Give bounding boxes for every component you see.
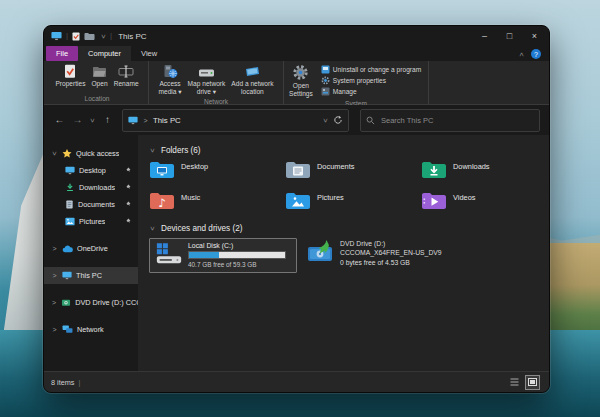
quick-access-label: Quick access bbox=[76, 149, 119, 158]
expander-right-icon[interactable] bbox=[51, 326, 58, 333]
system-properties-label: System properties bbox=[333, 77, 386, 84]
section-collapse-icon[interactable] bbox=[149, 147, 156, 154]
local-disk-info: Local Disk (C:) 40.7 GB free of 59.3 GB bbox=[188, 242, 286, 268]
expander-right-icon[interactable] bbox=[51, 245, 58, 252]
group-label-location: Location bbox=[49, 94, 145, 104]
folder-name: Documents bbox=[317, 160, 354, 171]
settings-gear-icon bbox=[292, 64, 309, 81]
expander-right-icon[interactable] bbox=[51, 272, 58, 279]
sidebar-item-network[interactable]: Network bbox=[44, 321, 138, 338]
file-explorer-window: | | This PC – □ × File Computer View ? bbox=[43, 25, 550, 393]
folder-tile-documents[interactable]: Documents bbox=[285, 160, 421, 181]
dvd-drive-tile[interactable]: DVD Drive (D:) CCCOMA_X64FRE_EN-US_DV9 0… bbox=[307, 238, 442, 273]
access-media-label-2: media ▾ bbox=[158, 88, 181, 95]
qat-folder-icon[interactable] bbox=[84, 32, 95, 41]
ribbon-group-network: Access media ▾ Map network drive ▾ Add a… bbox=[149, 61, 284, 104]
access-media-icon bbox=[162, 64, 178, 79]
rename-button[interactable]: Rename bbox=[112, 63, 141, 94]
forward-icon[interactable]: → bbox=[71, 115, 84, 125]
breadcrumb-chevron-icon[interactable] bbox=[142, 117, 149, 124]
folder-name: Pictures bbox=[317, 191, 344, 202]
uninstall-program-button[interactable]: Uninstall or change a program bbox=[321, 65, 421, 75]
close-button[interactable]: × bbox=[524, 30, 545, 42]
recent-locations-icon[interactable] bbox=[89, 117, 96, 124]
sidebar-item-dvd-drive[interactable]: DVD Drive (D:) CCCC bbox=[44, 294, 138, 311]
add-network-location-button[interactable]: Add a network location bbox=[229, 63, 275, 97]
navigation-bar: ← → ↑ This PC bbox=[44, 105, 549, 135]
back-icon[interactable]: ← bbox=[53, 115, 66, 125]
drives-header-label: Devices and drives (2) bbox=[161, 224, 242, 233]
tab-view[interactable]: View bbox=[131, 46, 167, 61]
documents-icon bbox=[65, 200, 74, 209]
local-disk-name: Local Disk (C:) bbox=[188, 242, 286, 249]
up-icon[interactable]: ↑ bbox=[101, 115, 114, 125]
expander-down-icon[interactable] bbox=[51, 150, 58, 157]
folder-tile-downloads[interactable]: Downloads bbox=[421, 160, 548, 181]
dvd-free-text: 0 bytes free of 4.53 GB bbox=[340, 259, 442, 267]
open-settings-button[interactable]: Open Settings bbox=[287, 63, 315, 99]
map-network-drive-label-2: drive ▾ bbox=[197, 88, 216, 95]
pin-icon bbox=[124, 201, 131, 208]
add-network-location-label-2: location bbox=[241, 88, 264, 95]
maximize-button[interactable]: □ bbox=[499, 30, 520, 42]
sidebar-item-quick-access[interactable]: Quick access bbox=[44, 145, 138, 162]
open-icon bbox=[92, 64, 107, 79]
search-box[interactable] bbox=[360, 109, 540, 132]
access-media-button[interactable]: Access media ▾ bbox=[156, 63, 183, 97]
properties-button[interactable]: Properties bbox=[53, 63, 87, 94]
sidebar-dvd-label: DVD Drive (D:) CCCC bbox=[75, 298, 138, 307]
desktop-icon bbox=[65, 166, 75, 175]
help-icon[interactable]: ? bbox=[531, 49, 541, 59]
folder-tile-videos[interactable]: Videos bbox=[421, 191, 548, 212]
address-dropdown-icon[interactable] bbox=[322, 117, 329, 124]
section-collapse-icon[interactable] bbox=[149, 225, 156, 232]
manage-button[interactable]: Manage bbox=[321, 87, 421, 97]
documents-folder-icon bbox=[285, 160, 311, 180]
expander-right-icon[interactable] bbox=[51, 299, 57, 306]
window-title: This PC bbox=[118, 32, 146, 41]
sidebar-item-downloads[interactable]: Downloads bbox=[44, 179, 138, 196]
qat-dropdown-icon[interactable] bbox=[99, 33, 106, 40]
this-pc-monitor-icon bbox=[62, 271, 72, 280]
open-button[interactable]: Open bbox=[89, 63, 109, 94]
collapse-ribbon-icon[interactable] bbox=[518, 51, 525, 58]
pictures-icon bbox=[65, 217, 75, 226]
tab-computer[interactable]: Computer bbox=[78, 46, 131, 61]
pin-icon bbox=[124, 218, 131, 225]
folder-tile-desktop[interactable]: Desktop bbox=[149, 160, 285, 181]
qat-properties-icon[interactable] bbox=[72, 32, 80, 41]
folders-section-header[interactable]: Folders (6) bbox=[149, 146, 549, 155]
titlebar-separator: | bbox=[110, 32, 112, 40]
system-properties-button[interactable]: System properties bbox=[321, 76, 421, 86]
add-network-location-label-1: Add a network bbox=[231, 80, 273, 87]
sidebar-item-onedrive[interactable]: OneDrive bbox=[44, 240, 138, 257]
add-network-location-icon bbox=[244, 64, 261, 79]
minimize-button[interactable]: – bbox=[474, 30, 495, 42]
address-bar[interactable]: This PC bbox=[122, 109, 349, 132]
search-input[interactable] bbox=[379, 115, 534, 126]
sidebar-item-pictures[interactable]: Pictures bbox=[44, 213, 138, 230]
svg-text:♪: ♪ bbox=[158, 196, 165, 210]
sidebar-item-desktop[interactable]: Desktop bbox=[44, 162, 138, 179]
folder-tile-music[interactable]: ♪ Music bbox=[149, 191, 285, 212]
refresh-icon[interactable] bbox=[333, 115, 343, 125]
ribbon-group-location: Properties Open Rename Location bbox=[46, 61, 149, 104]
drives-section-header[interactable]: Devices and drives (2) bbox=[149, 224, 549, 233]
system-properties-icon bbox=[321, 76, 330, 85]
dvd-drive-info: DVD Drive (D:) CCCOMA_X64FRE_EN-US_DV9 0… bbox=[340, 239, 442, 273]
folders-grid: Desktop Documents Downloads ♪ bbox=[149, 160, 549, 212]
app-monitor-icon bbox=[51, 31, 62, 41]
drives-row: Local Disk (C:) 40.7 GB free of 59.3 GB … bbox=[149, 238, 549, 273]
access-media-label-1: Access bbox=[159, 80, 180, 87]
tab-file[interactable]: File bbox=[46, 46, 78, 61]
local-disk-tile[interactable]: Local Disk (C:) 40.7 GB free of 59.3 GB bbox=[149, 238, 297, 273]
folder-name: Videos bbox=[453, 191, 475, 202]
breadcrumb-location[interactable]: This PC bbox=[153, 116, 181, 125]
sidebar-item-this-pc[interactable]: This PC bbox=[44, 267, 138, 284]
icons-view-button[interactable] bbox=[525, 375, 540, 390]
folder-tile-pictures[interactable]: Pictures bbox=[285, 191, 421, 212]
sidebar-item-documents[interactable]: Documents bbox=[44, 196, 138, 213]
folder-name: Music bbox=[181, 191, 200, 202]
map-network-drive-button[interactable]: Map network drive ▾ bbox=[186, 63, 228, 97]
details-view-button[interactable] bbox=[507, 375, 522, 390]
